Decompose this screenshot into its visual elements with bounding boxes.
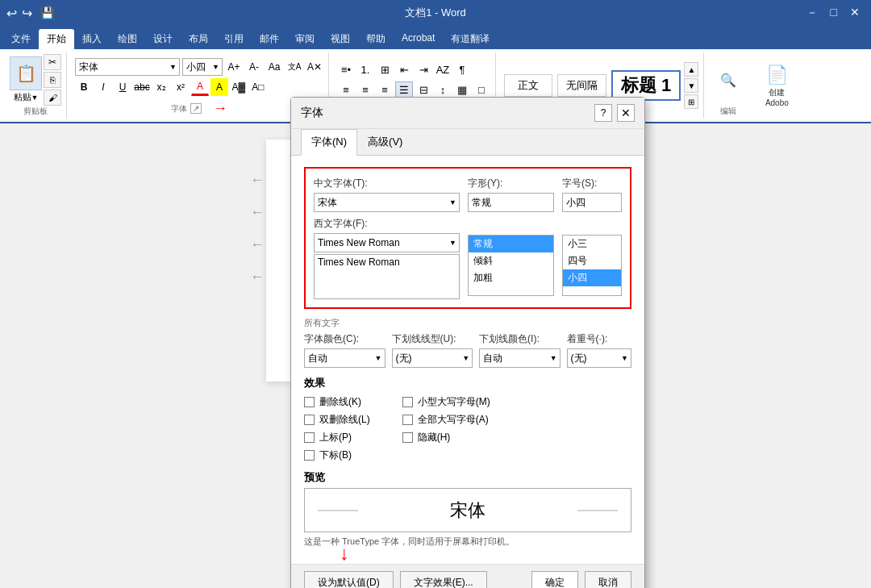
paste-dropdown-icon[interactable]: ▼	[31, 94, 39, 102]
size-input[interactable]	[562, 193, 622, 212]
underline-button[interactable]: U	[114, 78, 131, 96]
style-label: 字形(Y):	[468, 177, 554, 190]
show-formatting-button[interactable]: ¶	[453, 61, 471, 79]
style-no-spacing[interactable]: 无间隔	[557, 74, 606, 97]
phonetic-button[interactable]: 文A	[285, 58, 303, 76]
acrobat-icon[interactable]: 📄	[766, 65, 788, 85]
ribbon-tab-邮件[interactable]: 邮件	[252, 29, 287, 49]
effect-superscript[interactable]: 上标(P)	[304, 431, 370, 444]
size-option-small3[interactable]: 小三	[563, 236, 621, 252]
case-button[interactable]: Aa	[265, 58, 283, 76]
close-btn[interactable]: ✕	[845, 4, 865, 22]
ribbon-tab-绘图[interactable]: 绘图	[110, 29, 145, 49]
text-effect-button[interactable]: 文字效果(E)...	[400, 571, 487, 588]
ribbon-tab-布局[interactable]: 布局	[181, 29, 216, 49]
cancel-button[interactable]: 取消	[585, 571, 631, 588]
size-option-small4[interactable]: 小四	[563, 269, 621, 286]
format-painter-button[interactable]: 🖌	[44, 90, 61, 106]
emphasis-label: 着重号(·):	[567, 332, 631, 346]
ribbon-tab-文件[interactable]: 文件	[3, 29, 39, 49]
effect-hidden[interactable]: 隐藏(H)	[402, 431, 490, 444]
ok-button[interactable]: 确定	[531, 571, 578, 588]
underline-color-label: 下划线颜色(I):	[479, 332, 561, 346]
tab-advanced[interactable]: 高级(V)	[357, 129, 413, 155]
numbering-button[interactable]: 1.	[356, 61, 374, 79]
dialog-help-button[interactable]: ?	[594, 104, 612, 122]
increase-font-button[interactable]: A+	[225, 58, 243, 76]
ribbon-tab-设计[interactable]: 设计	[145, 29, 181, 49]
clear-format-button[interactable]: A✕	[306, 58, 323, 76]
ribbon-tab-视图[interactable]: 视图	[323, 29, 358, 49]
effect-small-caps[interactable]: 小型大写字母(M)	[402, 395, 490, 409]
ribbon-tab-开始[interactable]: 开始	[39, 29, 74, 49]
copy-button[interactable]: ⎘	[44, 72, 61, 88]
redo-icon[interactable]: ↪	[22, 6, 32, 21]
editing-label: 编辑	[720, 106, 736, 117]
highlight-button[interactable]: A	[210, 78, 228, 96]
font-dialog-launcher-icon[interactable]: ↗	[190, 103, 202, 114]
ribbon-tab-引用[interactable]: 引用	[216, 29, 252, 49]
dialog-title: 字体	[301, 106, 323, 120]
effect-subscript[interactable]: 下标(B)	[304, 448, 370, 462]
create-pdf-label: 创建Adobo	[765, 87, 789, 107]
western-font-list[interactable]: Times New Roman	[315, 255, 459, 269]
font-dialog: 字体 ? ✕ 字体(N) 高级(V) 中文字体(T):	[290, 97, 645, 588]
preview-box: 宋体	[304, 488, 631, 532]
western-font-select[interactable]: Times New Roman	[314, 233, 460, 252]
effect-all-caps[interactable]: 全部大写字母(A)	[402, 413, 490, 427]
superscript-button[interactable]: x²	[172, 78, 190, 96]
decrease-indent-button[interactable]: ⇤	[395, 61, 413, 79]
minimize-btn[interactable]: －	[802, 4, 823, 22]
underline-style-select[interactable]: (无)	[392, 348, 473, 368]
emphasis-select[interactable]: (无)	[567, 348, 631, 368]
restore-btn[interactable]: □	[826, 4, 842, 22]
bold-button[interactable]: B	[75, 78, 93, 96]
ribbon-tab-Acrobat[interactable]: Acrobat	[394, 29, 443, 49]
multilevel-button[interactable]: ⊞	[376, 61, 394, 79]
style-option-normal[interactable]: 常规	[469, 236, 553, 252]
find-button[interactable]: 🔍	[712, 65, 744, 94]
style-option-italic[interactable]: 倾斜	[469, 252, 553, 269]
size-label: 字号(S):	[562, 177, 622, 190]
tab-font[interactable]: 字体(N)	[301, 129, 357, 156]
color-label: 字体颜色(C):	[304, 332, 385, 346]
underline-color-select[interactable]: 自动	[479, 348, 561, 368]
strikethrough-button[interactable]: abc	[133, 78, 151, 96]
styles-more[interactable]: ⊞	[684, 94, 698, 109]
chinese-font-label: 中文字体(T):	[314, 177, 460, 190]
ribbon-tab-帮助[interactable]: 帮助	[358, 29, 394, 49]
increase-indent-button[interactable]: ⇥	[415, 61, 432, 79]
sort-button[interactable]: AZ	[434, 61, 452, 79]
western-font-label: 西文字体(F):	[314, 217, 460, 231]
styles-scroll-down[interactable]: ▼	[684, 78, 698, 93]
effect-strikethrough[interactable]: 删除线(K)	[304, 395, 370, 409]
subscript-button[interactable]: x₂	[152, 78, 170, 96]
effect-double-strikethrough[interactable]: 双删除线(L)	[304, 413, 370, 427]
bullets-button[interactable]: ≡•	[337, 61, 355, 79]
color-select[interactable]: 自动	[304, 348, 385, 368]
style-option-bold[interactable]: 加粗	[469, 269, 553, 286]
font-size-select[interactable]: 小四	[182, 58, 223, 76]
save-icon[interactable]: 💾	[40, 6, 54, 19]
style-input[interactable]	[468, 193, 554, 212]
char-shading-button[interactable]: A▓	[230, 78, 248, 96]
paste-button[interactable]: 📋	[10, 56, 42, 90]
dialog-close-button[interactable]: ✕	[617, 104, 635, 122]
ribbon-tab-有道翻译[interactable]: 有道翻译	[443, 29, 498, 49]
styles-scroll-up[interactable]: ▲	[684, 62, 698, 77]
decrease-font-button[interactable]: A-	[245, 58, 263, 76]
italic-button[interactable]: I	[94, 78, 112, 96]
size-option-4[interactable]: 四号	[563, 252, 621, 269]
effects-title: 效果	[304, 376, 631, 390]
cut-button[interactable]: ✂	[44, 54, 61, 70]
set-default-button[interactable]: 设为默认值(D)	[304, 571, 394, 588]
char-border-button[interactable]: A□	[249, 78, 267, 96]
style-normal[interactable]: 正文	[504, 74, 552, 97]
font-color-button[interactable]: A	[191, 78, 209, 96]
undo-icon[interactable]: ↩	[6, 6, 17, 21]
ribbon-tab-审阅[interactable]: 审阅	[287, 29, 323, 49]
chinese-font-select[interactable]: 宋体	[314, 193, 460, 212]
ribbon-tab-插入[interactable]: 插入	[74, 29, 110, 49]
font-name-select[interactable]: 宋体	[75, 58, 180, 76]
red-arrow-footer: ↓	[340, 542, 349, 565]
